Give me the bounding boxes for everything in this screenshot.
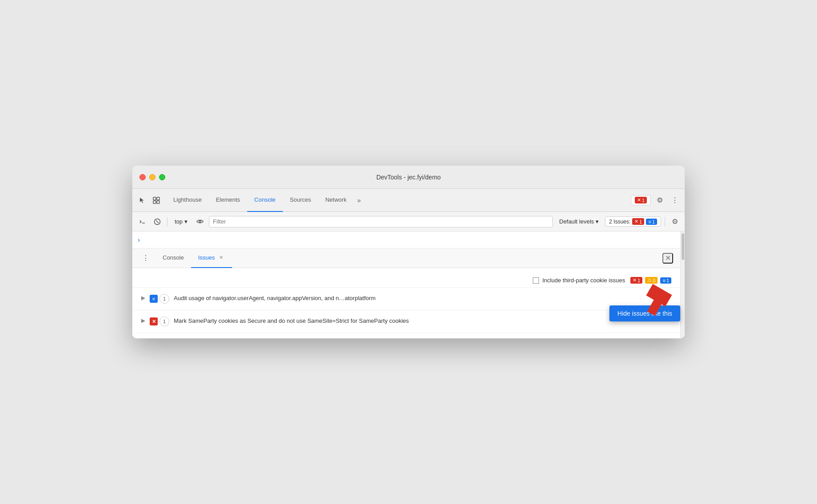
tab-bar: Lighthouse Elements Console Sources Netw… [132,189,685,212]
tab-sources[interactable]: Sources [283,189,319,212]
issue-expand-1[interactable]: ▶ [141,294,145,301]
tab-bar-right: ✕ 1 ⚙ ⋮ [631,194,681,207]
issues-header-row: Include third-party cookie issues ✕ 1 ⚠ … [132,273,680,288]
issue-icon-area-2: ✕ 1 [150,317,169,326]
issues-error-badge: ✕ 1 [632,218,644,225]
svg-rect-1 [157,197,159,200]
main-area: › ⋮ Console Issues ✕ ✕ [132,232,685,338]
filter-input[interactable] [209,216,553,228]
header-warning-badge: ⚠ 0 [645,277,658,284]
issue-expand-2[interactable]: ▶ [141,317,145,324]
prompt-arrow[interactable]: › [138,236,140,244]
more-tabs-button[interactable]: » [354,189,364,212]
title-bar: DevTools - jec.fyi/demo [132,166,685,189]
context-selector[interactable]: top ▾ [171,217,191,226]
svg-rect-3 [157,201,159,203]
issue-row-1[interactable]: ▶ ≡ 1 Audit usage of navigator.userAgent… [132,288,680,310]
issue-count-badge-1: 1 [159,294,169,304]
console-settings-button[interactable]: ⚙ [669,215,681,228]
issues-panel: Include third-party cookie issues ✕ 1 ⚠ … [132,268,680,338]
issue-type-icon-2: ✕ [150,317,158,325]
sub-tab-issues-close[interactable]: ✕ [217,254,225,261]
minimize-traffic-light[interactable] [149,174,155,180]
devtools-window: DevTools - jec.fyi/demo Lighthouse [132,166,685,338]
sub-tab-console[interactable]: Console [155,248,191,268]
content-area: › ⋮ Console Issues ✕ ✕ [132,232,680,338]
console-toolbar: top ▾ Default levels ▾ 2 Issues: ✕ 1 ≡ 1 [132,212,685,232]
issues-count-badges: ✕ 1 ⚠ 0 ≡ 1 [630,277,671,284]
tab-elements[interactable]: Elements [209,189,247,212]
window-title: DevTools - jec.fyi/demo [376,174,441,181]
header-error-badge: ✕ 1 [630,277,642,284]
error-badge-area: ✕ 1 [631,195,651,205]
clear-console-button[interactable] [151,215,163,228]
close-subtabs-button[interactable]: ✕ [662,253,673,264]
sub-tab-issues[interactable]: Issues ✕ [191,248,233,268]
toolbar-divider-2 [665,217,665,226]
inspect-icon[interactable] [150,194,163,207]
tab-error-badge: ✕ 1 [635,197,647,203]
svg-point-7 [199,221,201,223]
tab-bar-icons [136,194,163,207]
issue-icon-area-1: ≡ 1 [150,294,169,304]
sub-tabs-right: ✕ [662,253,673,264]
scrollbar[interactable] [680,232,685,338]
issue-count-badge-2: 1 [159,317,169,326]
scrollbar-thumb[interactable] [682,233,684,260]
include-cookies-checkbox[interactable] [533,277,539,284]
issue-type-icon-1: ≡ [150,295,158,303]
issues-info-badge: ≡ 1 [646,219,657,225]
maximize-traffic-light[interactable] [159,174,165,180]
include-checkbox-area: Include third-party cookie issues [533,277,625,284]
sub-tabs-bar: ⋮ Console Issues ✕ ✕ [132,248,680,268]
traffic-lights [139,174,165,180]
settings-button[interactable]: ⚙ [654,194,666,207]
issue-text-1: Audit usage of navigator.userAgent, navi… [174,294,671,303]
tab-network[interactable]: Network [318,189,354,212]
issues-count-area[interactable]: 2 Issues: ✕ 1 ≡ 1 [605,216,661,227]
close-traffic-light[interactable] [139,174,146,180]
context-menu[interactable]: Hide issues like this [609,305,680,321]
issue-row-2[interactable]: ▶ ✕ 1 Mark SameParty cookies as Secure a… [132,310,680,333]
prompt-row: › [132,232,680,248]
cursor-icon[interactable] [136,194,148,207]
more-options-button[interactable]: ⋮ [669,194,681,207]
tab-console[interactable]: Console [247,189,283,212]
eye-icon-button[interactable] [194,215,206,228]
svg-rect-0 [153,197,156,200]
log-levels-button[interactable]: Default levels ▾ [556,217,602,226]
toolbar-divider [167,217,167,226]
svg-line-6 [156,220,159,223]
create-live-expression-button[interactable] [136,215,148,228]
svg-rect-2 [153,201,156,203]
header-info-badge: ≡ 1 [660,277,671,284]
tab-lighthouse[interactable]: Lighthouse [166,189,209,212]
issue-text-2: Mark SameParty cookies as Secure and do … [174,317,671,325]
sub-tab-menu-button[interactable]: ⋮ [139,252,152,264]
